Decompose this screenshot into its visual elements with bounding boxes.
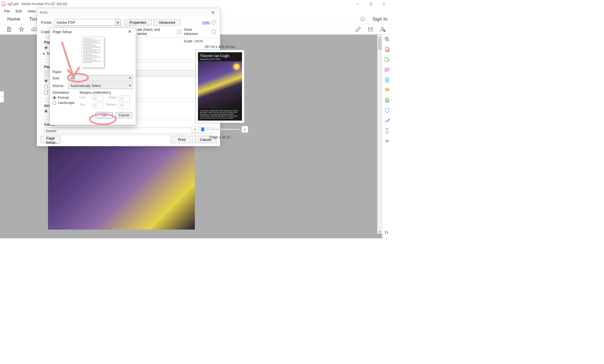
auto-orientation-radio[interactable] — [44, 109, 48, 113]
edit-pdf-icon[interactable] — [384, 67, 390, 73]
create-pdf-icon[interactable] — [384, 46, 390, 53]
svg-rect-12 — [385, 68, 389, 69]
svg-rect-5 — [8, 29, 10, 31]
preview-sheet: Vincent van Gogh: Biography (1853-1890) … — [195, 50, 245, 123]
svg-rect-1 — [370, 3, 372, 5]
dropdown-caret-icon — [129, 85, 131, 86]
help-info-icon[interactable]: ? — [211, 20, 216, 25]
save-ink-checkbox[interactable] — [177, 30, 181, 34]
svg-rect-16 — [386, 101, 388, 103]
advanced-button[interactable]: Advanced — [153, 19, 180, 26]
landscape-radio[interactable] — [53, 101, 56, 105]
choose-paper-checkbox[interactable] — [44, 91, 48, 94]
size-label: Size: — [53, 76, 67, 80]
margin-top-input[interactable]: 25 — [92, 103, 103, 108]
printer-select[interactable]: Adobe PDF ▾ — [54, 19, 121, 26]
properties-button[interactable]: Properties — [124, 19, 152, 26]
orientation-section-label: Orientation — [53, 91, 78, 95]
preview-scale-text: Scale: 141% — [184, 39, 256, 43]
collapse-strip-icon[interactable] — [384, 229, 390, 236]
preview-doc-title: Vincent van Gogh: — [198, 52, 242, 58]
scrollbar-thumb[interactable] — [378, 39, 381, 50]
maximize-button[interactable] — [364, 0, 377, 8]
help-link[interactable]: Help — [202, 20, 210, 25]
page-setup-dialog: Page Setup ✕ Paper Size: A3 Source: Auto… — [49, 27, 136, 125]
landscape-label: Landscape — [58, 101, 75, 105]
preview-page-slider[interactable] — [200, 129, 240, 130]
margins-section-label: Margins (millimeters) — [80, 91, 133, 95]
page-setup-button[interactable]: Page Setup... — [40, 136, 61, 143]
menu-view[interactable]: View — [25, 8, 38, 14]
tab-home[interactable]: Home — [3, 15, 25, 23]
comments-select-value: Docun — [46, 129, 56, 133]
share-link-icon[interactable] — [355, 26, 361, 33]
preview-dimensions-text: 297.03 x 420.16 mm — [184, 45, 256, 49]
add-user-icon[interactable] — [380, 26, 386, 33]
vertical-scrollbar[interactable]: ▴ ▾ — [377, 35, 382, 234]
preview-doc-subtitle: Biography (1853-1890) — [198, 58, 242, 61]
shrink-radio[interactable] — [44, 85, 48, 88]
bell-icon[interactable] — [359, 16, 366, 23]
page-setup-ok-button[interactable]: OK — [96, 112, 113, 118]
svg-rect-15 — [386, 98, 388, 100]
print-preview-panel: Scale: 141% 297.03 x 420.16 mm Vincent v… — [184, 39, 256, 140]
portrait-radio[interactable] — [53, 96, 56, 100]
margin-right-label: Right: — [105, 96, 117, 101]
more-tools-icon[interactable] — [384, 138, 390, 144]
margin-right-input[interactable]: 25 — [119, 96, 130, 101]
page-setup-cancel-button[interactable]: Cancel — [115, 112, 132, 118]
window-close-button[interactable] — [377, 0, 390, 8]
paper-size-value: A3 — [71, 76, 75, 80]
save-ink-info-icon[interactable]: i — [212, 29, 216, 34]
paper-section-label: Paper — [53, 70, 133, 74]
email-icon[interactable] — [367, 26, 374, 33]
margin-left-label: Left: — [80, 96, 90, 101]
printer-label: Printer: — [41, 20, 53, 25]
dropdown-arrow-icon: ▾ — [115, 19, 121, 25]
preview-prev-button[interactable]: < — [192, 126, 199, 133]
menu-file[interactable]: File — [1, 8, 13, 14]
preview-page-content: Vincent van Gogh: Biography (1853-1890) … — [198, 52, 242, 121]
svg-rect-11 — [385, 58, 388, 61]
combine-icon[interactable] — [384, 77, 390, 83]
margin-left-input[interactable]: 25 — [92, 96, 103, 101]
svg-rect-4 — [8, 27, 10, 28]
protect-icon[interactable] — [384, 107, 390, 114]
all-pages-radio[interactable] — [44, 46, 48, 49]
window-title: vg3.pdf - Adobe Acrobat Pro DC (64-bit) — [7, 2, 67, 6]
svg-point-7 — [381, 27, 383, 29]
right-tool-strip — [382, 34, 392, 238]
minimize-button[interactable] — [351, 0, 364, 8]
print-tool-icon[interactable] — [384, 97, 390, 103]
export-pdf-icon[interactable] — [384, 56, 390, 63]
fill-sign-icon[interactable] — [384, 117, 390, 124]
paper-source-value: Automatically Select — [70, 84, 101, 88]
app-title-bar: vg3.pdf - Adobe Acrobat Pro DC (64-bit) — [0, 0, 392, 8]
left-panel-toggle[interactable] — [0, 91, 4, 103]
fit-radio[interactable] — [44, 79, 48, 82]
page-setup-close-button[interactable]: ✕ — [126, 29, 133, 34]
dropdown-caret-icon — [129, 77, 131, 79]
comment-icon[interactable] — [384, 87, 390, 93]
margin-bottom-input[interactable]: 25 — [119, 103, 130, 108]
page-setup-preview — [82, 37, 104, 68]
star-icon[interactable] — [18, 26, 25, 33]
compress-icon[interactable] — [384, 128, 390, 134]
pdf-file-icon — [2, 2, 6, 6]
save-icon[interactable] — [6, 26, 12, 33]
margin-bottom-label: Bottom: — [105, 103, 117, 108]
zoom-icon[interactable] — [384, 36, 390, 42]
paper-source-select[interactable]: Automatically Select — [68, 83, 133, 89]
save-ink-label: Save ink/toner — [184, 27, 206, 36]
slider-knob[interactable] — [201, 127, 204, 131]
preview-artwork — [198, 61, 242, 108]
cloud-upload-icon[interactable] — [30, 26, 37, 33]
page-setup-titlebar: Page Setup ✕ — [50, 28, 136, 36]
print-dialog-close-button[interactable]: ✕ — [209, 10, 217, 15]
preview-next-button[interactable]: > — [241, 126, 248, 133]
printer-select-value: Adobe PDF — [56, 20, 75, 25]
print-dialog-title: Print — [40, 10, 47, 15]
menu-edit[interactable]: Edit — [13, 8, 25, 14]
paper-size-select[interactable]: A3 — [68, 75, 133, 81]
sign-in-link[interactable]: Sign In — [372, 16, 387, 22]
